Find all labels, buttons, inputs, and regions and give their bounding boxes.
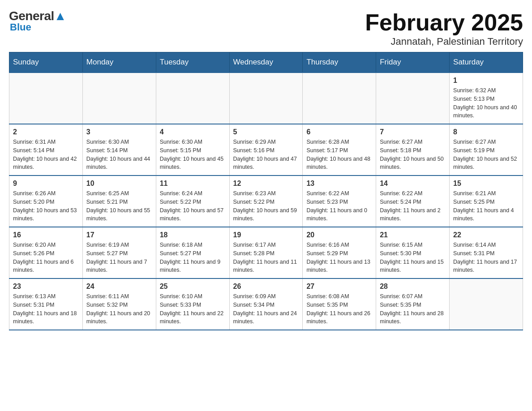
day-info: Sunrise: 6:27 AMSunset: 5:18 PMDaylight:…: [380, 138, 446, 171]
calendar-cell-w4-d7: 22Sunrise: 6:14 AMSunset: 5:31 PMDayligh…: [450, 227, 523, 278]
calendar-cell-w4-d2: 17Sunrise: 6:19 AMSunset: 5:27 PMDayligh…: [82, 227, 156, 278]
month-year-title: February 2025: [365, 9, 523, 36]
calendar-cell-w1-d6: [376, 73, 450, 124]
day-number: 27: [306, 283, 372, 291]
day-info: Sunrise: 6:11 AMSunset: 5:32 PMDaylight:…: [86, 292, 152, 326]
day-info: Sunrise: 6:18 AMSunset: 5:27 PMDaylight:…: [160, 241, 226, 274]
day-number: 18: [160, 231, 226, 239]
day-info: Sunrise: 6:22 AMSunset: 5:23 PMDaylight:…: [306, 189, 372, 223]
day-info: Sunrise: 6:16 AMSunset: 5:29 PMDaylight:…: [306, 241, 372, 274]
day-info: Sunrise: 6:08 AMSunset: 5:35 PMDaylight:…: [306, 292, 372, 326]
day-number: 4: [160, 128, 226, 136]
day-info: Sunrise: 6:14 AMSunset: 5:31 PMDaylight:…: [453, 241, 519, 274]
calendar-week-2: 2Sunrise: 6:31 AMSunset: 5:14 PMDaylight…: [9, 124, 523, 176]
day-number: 23: [13, 283, 79, 291]
day-number: 1: [453, 77, 519, 85]
day-info: Sunrise: 6:25 AMSunset: 5:21 PMDaylight:…: [86, 189, 152, 223]
calendar-cell-w3-d4: 12Sunrise: 6:23 AMSunset: 5:22 PMDayligh…: [229, 176, 303, 227]
day-number: 20: [306, 231, 372, 239]
location-subtitle: Jannatah, Palestinian Territory: [365, 36, 523, 47]
day-number: 11: [160, 180, 226, 188]
calendar-cell-w1-d2: [82, 73, 156, 124]
day-info: Sunrise: 6:31 AMSunset: 5:14 PMDaylight:…: [13, 138, 79, 171]
day-number: 15: [453, 180, 519, 188]
calendar-cell-w3-d6: 14Sunrise: 6:22 AMSunset: 5:24 PMDayligh…: [376, 176, 450, 227]
calendar-week-1: 1Sunrise: 6:32 AMSunset: 5:13 PMDaylight…: [9, 73, 523, 124]
calendar-cell-w5-d7: [450, 278, 523, 330]
calendar-cell-w2-d1: 2Sunrise: 6:31 AMSunset: 5:14 PMDaylight…: [9, 124, 83, 176]
day-info: Sunrise: 6:32 AMSunset: 5:13 PMDaylight:…: [453, 86, 519, 120]
calendar-week-5: 23Sunrise: 6:13 AMSunset: 5:31 PMDayligh…: [9, 278, 523, 330]
day-number: 7: [380, 128, 446, 136]
day-number: 22: [453, 231, 519, 239]
day-number: 24: [86, 283, 152, 291]
col-saturday: Saturday: [450, 52, 523, 73]
day-info: Sunrise: 6:13 AMSunset: 5:31 PMDaylight:…: [13, 292, 79, 326]
day-number: 9: [13, 180, 79, 188]
day-info: Sunrise: 6:28 AMSunset: 5:17 PMDaylight:…: [306, 138, 372, 171]
calendar-cell-w2-d7: 8Sunrise: 6:27 AMSunset: 5:19 PMDaylight…: [450, 124, 523, 176]
day-number: 13: [306, 180, 372, 188]
col-friday: Friday: [376, 52, 450, 73]
col-tuesday: Tuesday: [156, 52, 229, 73]
day-number: 8: [453, 128, 519, 136]
calendar-table: Sunday Monday Tuesday Wednesday Thursday…: [9, 52, 523, 330]
calendar-cell-w4-d6: 21Sunrise: 6:15 AMSunset: 5:30 PMDayligh…: [376, 227, 450, 278]
day-number: 28: [380, 283, 446, 291]
day-number: 14: [380, 180, 446, 188]
calendar-cell-w3-d1: 9Sunrise: 6:26 AMSunset: 5:20 PMDaylight…: [9, 176, 83, 227]
calendar-cell-w5-d6: 28Sunrise: 6:07 AMSunset: 5:35 PMDayligh…: [376, 278, 450, 330]
day-info: Sunrise: 6:26 AMSunset: 5:20 PMDaylight:…: [13, 189, 79, 223]
calendar-cell-w4-d1: 16Sunrise: 6:20 AMSunset: 5:26 PMDayligh…: [9, 227, 83, 278]
day-info: Sunrise: 6:10 AMSunset: 5:33 PMDaylight:…: [160, 292, 226, 326]
day-number: 6: [306, 128, 372, 136]
calendar-cell-w5-d1: 23Sunrise: 6:13 AMSunset: 5:31 PMDayligh…: [9, 278, 83, 330]
day-info: Sunrise: 6:15 AMSunset: 5:30 PMDaylight:…: [380, 241, 446, 274]
day-number: 16: [13, 231, 79, 239]
logo-blue-text: Blue: [10, 21, 66, 33]
calendar-cell-w1-d3: [156, 73, 229, 124]
calendar-cell-w2-d3: 4Sunrise: 6:30 AMSunset: 5:15 PMDaylight…: [156, 124, 229, 176]
calendar-cell-w3-d3: 11Sunrise: 6:24 AMSunset: 5:22 PMDayligh…: [156, 176, 229, 227]
calendar-cell-w5-d3: 25Sunrise: 6:10 AMSunset: 5:33 PMDayligh…: [156, 278, 229, 330]
col-monday: Monday: [82, 52, 156, 73]
col-wednesday: Wednesday: [229, 52, 303, 73]
day-info: Sunrise: 6:17 AMSunset: 5:28 PMDaylight:…: [233, 241, 299, 274]
calendar-cell-w3-d5: 13Sunrise: 6:22 AMSunset: 5:23 PMDayligh…: [303, 176, 376, 227]
day-number: 3: [86, 128, 152, 136]
calendar-cell-w4-d4: 19Sunrise: 6:17 AMSunset: 5:28 PMDayligh…: [229, 227, 303, 278]
logo: General▲ Blue: [9, 9, 66, 33]
day-number: 5: [233, 128, 299, 136]
day-number: 2: [13, 128, 79, 136]
day-info: Sunrise: 6:30 AMSunset: 5:15 PMDaylight:…: [160, 138, 226, 171]
day-info: Sunrise: 6:24 AMSunset: 5:22 PMDaylight:…: [160, 189, 226, 223]
calendar-cell-w1-d5: [303, 73, 376, 124]
day-info: Sunrise: 6:07 AMSunset: 5:35 PMDaylight:…: [380, 292, 446, 326]
calendar-cell-w2-d6: 7Sunrise: 6:27 AMSunset: 5:18 PMDaylight…: [376, 124, 450, 176]
calendar-header-row: Sunday Monday Tuesday Wednesday Thursday…: [9, 52, 523, 73]
calendar-week-3: 9Sunrise: 6:26 AMSunset: 5:20 PMDaylight…: [9, 176, 523, 227]
col-thursday: Thursday: [303, 52, 376, 73]
day-info: Sunrise: 6:29 AMSunset: 5:16 PMDaylight:…: [233, 138, 299, 171]
day-number: 26: [233, 283, 299, 291]
calendar-cell-w1-d7: 1Sunrise: 6:32 AMSunset: 5:13 PMDaylight…: [450, 73, 523, 124]
calendar-cell-w5-d5: 27Sunrise: 6:08 AMSunset: 5:35 PMDayligh…: [303, 278, 376, 330]
calendar-cell-w5-d2: 24Sunrise: 6:11 AMSunset: 5:32 PMDayligh…: [82, 278, 156, 330]
calendar-cell-w2-d2: 3Sunrise: 6:30 AMSunset: 5:14 PMDaylight…: [82, 124, 156, 176]
day-info: Sunrise: 6:23 AMSunset: 5:22 PMDaylight:…: [233, 189, 299, 223]
calendar-week-4: 16Sunrise: 6:20 AMSunset: 5:26 PMDayligh…: [9, 227, 523, 278]
calendar-cell-w3-d2: 10Sunrise: 6:25 AMSunset: 5:21 PMDayligh…: [82, 176, 156, 227]
calendar-cell-w4-d5: 20Sunrise: 6:16 AMSunset: 5:29 PMDayligh…: [303, 227, 376, 278]
day-number: 21: [380, 231, 446, 239]
day-number: 17: [86, 231, 152, 239]
day-info: Sunrise: 6:21 AMSunset: 5:25 PMDaylight:…: [453, 189, 519, 223]
calendar-cell-w1-d4: [229, 73, 303, 124]
calendar-cell-w1-d1: [9, 73, 83, 124]
day-info: Sunrise: 6:19 AMSunset: 5:27 PMDaylight:…: [86, 241, 152, 274]
title-section: February 2025 Jannatah, Palestinian Terr…: [365, 9, 523, 47]
day-number: 25: [160, 283, 226, 291]
day-number: 12: [233, 180, 299, 188]
day-number: 19: [233, 231, 299, 239]
day-number: 10: [86, 180, 152, 188]
day-info: Sunrise: 6:20 AMSunset: 5:26 PMDaylight:…: [13, 241, 79, 274]
